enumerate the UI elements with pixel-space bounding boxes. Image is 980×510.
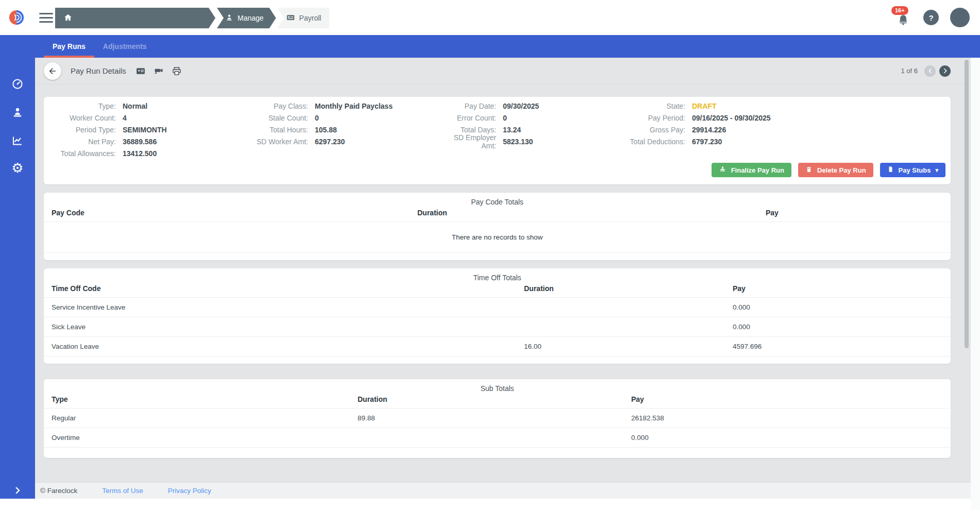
paycard-icon <box>286 13 295 24</box>
summary-field: State:DRAFT <box>626 100 771 112</box>
field-value: 5823.130 <box>503 138 533 146</box>
field-value: Normal <box>123 102 147 110</box>
chart-icon[interactable] <box>0 131 35 150</box>
field-label: Total Allowances: <box>52 149 116 158</box>
summary-field: Worker Count:4 <box>52 112 167 124</box>
home-icon <box>63 13 73 24</box>
table-row: Vacation Leave16.004597.696 <box>44 336 951 356</box>
field-value: 13.24 <box>503 126 521 134</box>
sidebar: ⚙ <box>0 35 35 499</box>
field-label: Gross Pay: <box>626 126 685 134</box>
table-cell: 0.000 <box>733 323 750 331</box>
summary-field: Pay Date:09/30/2025 <box>438 100 539 112</box>
scrollbar-gutter <box>971 58 980 510</box>
breadcrumb-label: Manage <box>238 14 264 22</box>
notification-badge: 16+ <box>891 6 908 15</box>
camera-icon[interactable] <box>154 66 164 76</box>
summary-field: Pay Period:09/16/2025 - 09/30/2025 <box>626 112 771 124</box>
summary-field: Stale Count:0 <box>232 112 393 124</box>
field-value: 29914.226 <box>692 126 726 134</box>
notifications-button[interactable]: 16+ <box>894 7 912 28</box>
column-header: Time Off Code <box>52 284 100 293</box>
field-value: Monthly Paid Payclass <box>315 102 393 110</box>
gear-icon[interactable]: ⚙ <box>0 159 35 177</box>
stamp-icon <box>719 165 726 175</box>
table-row: Overtime0.000 <box>44 428 951 447</box>
column-header: Duration <box>524 284 554 293</box>
topbar-actions: 16+ ? <box>894 0 970 35</box>
table-body: Service Incentive Leave0.000Sick Leave0.… <box>44 297 951 356</box>
breadcrumb-payroll[interactable]: Payroll <box>278 8 330 28</box>
delete-pay-run-button[interactable]: Delete Pay Run <box>798 163 873 177</box>
privacy-policy-link[interactable]: Privacy Policy <box>168 487 211 495</box>
trash-icon <box>805 166 813 175</box>
sub-totals-section: Sub Totals TypeDurationPay Regular89.882… <box>44 379 951 458</box>
column-header: Pay <box>733 284 746 293</box>
field-label: Stale Count: <box>232 114 308 122</box>
table-cell: Sick Leave <box>52 323 86 331</box>
table-cell: 16.00 <box>524 343 542 350</box>
field-value: 36889.586 <box>123 138 157 146</box>
caret-down-icon: ▾ <box>935 167 938 174</box>
field-label: Worker Count: <box>52 114 116 122</box>
pay-stubs-button[interactable]: Pay Stubs ▾ <box>880 163 945 177</box>
dashboard-icon[interactable] <box>0 75 35 93</box>
table-row: Service Incentive Leave0.000 <box>44 297 951 317</box>
terms-of-use-link[interactable]: Terms of Use <box>102 487 143 495</box>
button-label: Finalize Pay Run <box>731 166 784 174</box>
printer-icon[interactable] <box>172 66 182 76</box>
menu-icon[interactable] <box>39 13 53 23</box>
table-header: Pay CodeDurationPay <box>44 206 951 222</box>
field-label: Pay Class: <box>232 102 308 110</box>
column-header: Type <box>52 395 68 403</box>
pagination-label: 1 of 6 <box>901 67 918 75</box>
table-cell: Overtime <box>52 434 80 441</box>
help-button[interactable]: ? <box>923 10 939 25</box>
pay-code-totals-section: Pay Code Totals Pay CodeDurationPay Ther… <box>44 193 951 260</box>
button-label: Delete Pay Run <box>817 166 866 174</box>
back-button[interactable] <box>44 62 61 80</box>
summary-field: Gross Pay:29914.226 <box>626 124 771 135</box>
team-icon[interactable] <box>0 103 35 122</box>
table-cell: 26182.538 <box>631 414 664 422</box>
field-label: Pay Date: <box>438 102 496 110</box>
field-value: 09/30/2025 <box>503 102 539 110</box>
top-bar: Manage Payroll 16+ ? <box>0 0 980 35</box>
tab-pay-runs[interactable]: Pay Runs <box>44 35 94 58</box>
main-content: Pay Run Details 1 of 6 <box>35 58 971 482</box>
breadcrumb-manage[interactable]: Manage <box>217 8 276 28</box>
pay-run-toolbar: Pay Run Details 1 of 6 <box>35 58 971 84</box>
button-label: Pay Stubs <box>899 166 931 174</box>
field-value: 0 <box>315 114 319 122</box>
summary-field: Net Pay:36889.586 <box>52 135 167 147</box>
footer: © Fareclock Terms of Use Privacy Policy <box>35 482 971 499</box>
summary-field: Total Hours:105.88 <box>232 124 393 135</box>
column-header: Duration <box>417 209 447 217</box>
tab-adjustments[interactable]: Adjustments <box>94 35 156 58</box>
next-page-icon[interactable] <box>939 65 951 77</box>
summary-field: Total Allowances:13412.500 <box>52 147 167 159</box>
column-header: Pay <box>766 209 779 217</box>
table-cell: Vacation Leave <box>52 343 99 350</box>
table-cell: Service Incentive Leave <box>52 303 125 311</box>
idcard-icon[interactable] <box>136 66 146 76</box>
pay-run-actions: Finalize Pay Run Delete Pay Run Pay Stub… <box>712 163 945 177</box>
user-avatar[interactable] <box>950 8 970 27</box>
pay-run-summary-card: Type:NormalWorker Count:4Period Type:SEM… <box>44 97 951 184</box>
table-header: Time Off CodeDurationPay <box>44 282 951 297</box>
field-label: Total Hours: <box>232 126 308 134</box>
field-label: Total Days: <box>438 126 496 134</box>
scrollbar-thumb[interactable] <box>965 60 969 348</box>
field-value: 6297.230 <box>315 138 345 146</box>
breadcrumb-home[interactable] <box>55 8 215 28</box>
table-header: TypeDurationPay <box>44 393 951 408</box>
prev-page-icon[interactable] <box>924 65 936 77</box>
summary-field: Pay Class:Monthly Paid Payclass <box>232 100 393 112</box>
sidebar-expand-icon[interactable] <box>0 482 35 499</box>
finalize-pay-run-button[interactable]: Finalize Pay Run <box>712 163 791 177</box>
field-value: 0 <box>503 114 507 122</box>
field-value: SEMIMONTH <box>123 126 167 134</box>
field-value: 4 <box>123 114 127 122</box>
summary-field: SD Employer Amt:5823.130 <box>438 135 539 147</box>
table-body: Regular89.8826182.538Overtime0.000 <box>44 408 951 448</box>
